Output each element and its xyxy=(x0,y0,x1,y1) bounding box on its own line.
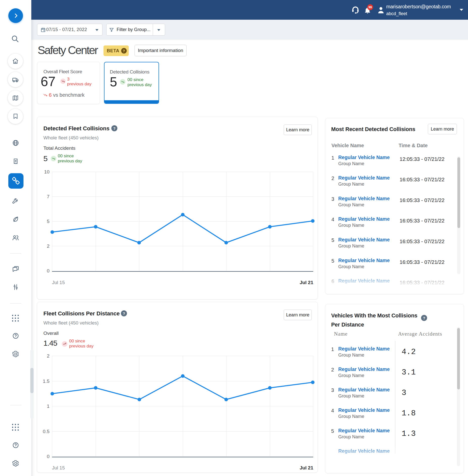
svg-text:1.5: 1.5 xyxy=(43,379,49,384)
svg-text:0.5: 0.5 xyxy=(43,429,49,434)
svg-text:Jul 21: Jul 21 xyxy=(300,280,313,285)
svg-text:0: 0 xyxy=(47,454,49,459)
svg-text:Jul 21: Jul 21 xyxy=(300,465,313,470)
svg-text:2: 2 xyxy=(47,353,49,359)
svg-text:Jul 15: Jul 15 xyxy=(52,280,65,285)
svg-text:2: 2 xyxy=(47,243,49,249)
svg-text:5: 5 xyxy=(47,219,49,224)
svg-text:Jul 15: Jul 15 xyxy=(52,465,65,470)
svg-text:1: 1 xyxy=(47,404,49,409)
svg-text:10: 10 xyxy=(44,169,49,174)
svg-text:0: 0 xyxy=(47,268,49,273)
svg-text:7: 7 xyxy=(47,194,49,199)
